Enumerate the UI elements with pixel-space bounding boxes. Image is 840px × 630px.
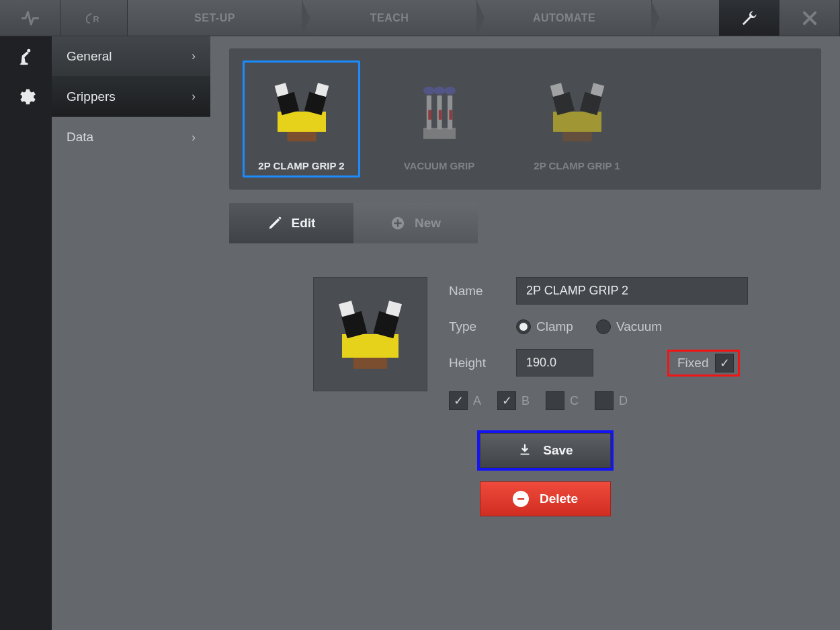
- sidebar-item-grippers[interactable]: Grippers ›: [52, 77, 210, 117]
- top-navbar: R SET-UP TEACH AUTOMATE: [0, 0, 840, 36]
- checkbox-b[interactable]: ✓: [497, 391, 516, 410]
- robot-r-icon[interactable]: R: [60, 0, 128, 36]
- chevron-right-icon: ›: [192, 89, 196, 104]
- name-input[interactable]: [516, 277, 748, 305]
- minus-circle-icon: −: [513, 491, 529, 507]
- radio-clamp[interactable]: Clamp: [516, 319, 573, 334]
- gripper-label: VACUUM GRIP: [382, 160, 496, 171]
- download-icon: [517, 443, 532, 458]
- breadcrumb-spacer: [652, 0, 719, 36]
- gear-icon[interactable]: [0, 77, 52, 117]
- fixed-label: Fixed: [677, 356, 708, 370]
- robot-arm-icon[interactable]: [0, 36, 52, 77]
- checkbox-c[interactable]: [546, 391, 564, 410]
- breadcrumb-setup[interactable]: SET-UP: [128, 0, 302, 36]
- channel-options: ✓A ✓B C D: [449, 391, 748, 410]
- tab-label: New: [415, 216, 441, 231]
- fixed-checkbox[interactable]: ✓: [715, 354, 734, 372]
- tab-edit[interactable]: Edit: [229, 203, 353, 243]
- svg-rect-15: [428, 110, 431, 119]
- breadcrumb-automate[interactable]: AUTOMATE: [477, 0, 652, 36]
- content-area: 2P CLAMP GRIP 2 VACUUM GRIP: [210, 36, 840, 630]
- gripper-thumb: [382, 63, 496, 160]
- sidebar-item-label: General: [67, 49, 112, 64]
- chevron-right-icon: ›: [192, 49, 196, 63]
- height-label: Height: [449, 356, 503, 370]
- svg-rect-19: [562, 132, 591, 141]
- gripper-preview: [313, 277, 427, 391]
- tab-new[interactable]: New: [353, 203, 478, 243]
- gripper-label: 2P CLAMP GRIP 2: [245, 160, 358, 171]
- pencil-icon: [267, 216, 282, 231]
- gripper-tile[interactable]: 2P CLAMP GRIP 1: [518, 61, 636, 178]
- checkbox-a[interactable]: ✓: [449, 391, 468, 410]
- svg-point-14: [444, 86, 456, 94]
- close-icon[interactable]: [780, 0, 840, 36]
- height-input[interactable]: [516, 349, 593, 377]
- svg-point-10: [423, 86, 435, 94]
- svg-rect-16: [438, 110, 442, 119]
- svg-rect-17: [449, 110, 452, 119]
- svg-point-1: [27, 49, 30, 52]
- gripper-tile[interactable]: VACUUM GRIP: [380, 61, 498, 178]
- breadcrumb: SET-UP TEACH AUTOMATE: [128, 0, 652, 36]
- breadcrumb-teach[interactable]: TEACH: [302, 0, 477, 36]
- svg-rect-3: [287, 132, 316, 141]
- sidebar: General › Grippers › Data ›: [0, 36, 210, 630]
- chevron-right-icon: ›: [192, 130, 196, 145]
- fixed-highlight: Fixed ✓: [667, 350, 740, 377]
- svg-rect-26: [353, 358, 387, 369]
- delete-button[interactable]: − Delete: [480, 481, 611, 516]
- svg-rect-18: [553, 112, 601, 132]
- gripper-thumb: [520, 63, 634, 160]
- svg-rect-2: [278, 112, 326, 132]
- svg-rect-8: [423, 128, 456, 139]
- sidebar-item-label: Grippers: [67, 89, 116, 104]
- sidebar-item-data[interactable]: Data ›: [52, 117, 210, 157]
- svg-text:R: R: [93, 14, 99, 24]
- checkbox-d[interactable]: [595, 391, 614, 410]
- plus-circle-icon: [390, 216, 405, 231]
- gripper-tile[interactable]: 2P CLAMP GRIP 2: [243, 61, 360, 178]
- gripper-form: Name Type Clamp Vacuum Height Fixed ✓: [229, 277, 821, 516]
- sidebar-item-label: Data: [67, 130, 93, 145]
- svg-rect-25: [342, 334, 398, 358]
- wrench-icon[interactable]: [719, 0, 780, 36]
- tab-label: Edit: [292, 216, 316, 231]
- name-label: Name: [449, 284, 503, 299]
- gripper-label: 2P CLAMP GRIP 1: [520, 160, 634, 171]
- radio-vacuum[interactable]: Vacuum: [596, 319, 662, 334]
- save-button[interactable]: Save: [480, 433, 611, 468]
- type-label: Type: [449, 319, 503, 334]
- svg-point-12: [433, 86, 445, 94]
- activity-icon[interactable]: [0, 0, 60, 36]
- gripper-gallery: 2P CLAMP GRIP 2 VACUUM GRIP: [229, 48, 821, 190]
- tabs: Edit New: [229, 203, 821, 243]
- sidebar-item-general[interactable]: General ›: [52, 36, 210, 77]
- gripper-thumb: [245, 63, 358, 160]
